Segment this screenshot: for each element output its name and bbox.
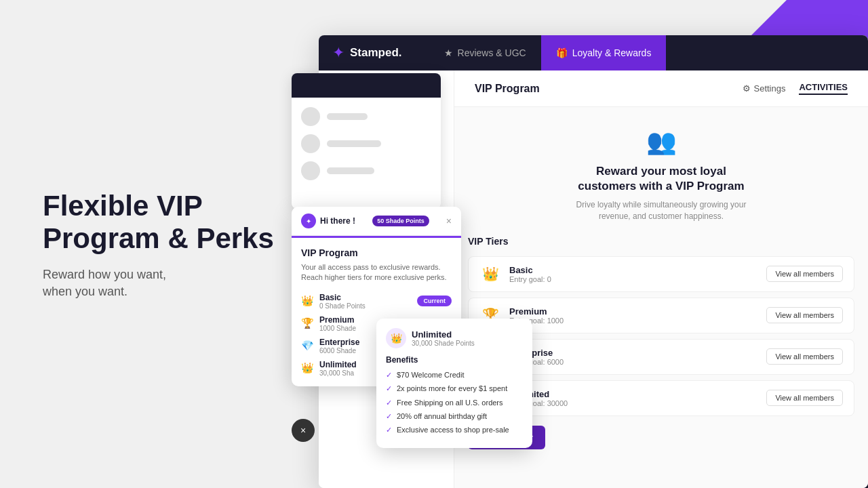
logo-text: Stamped. xyxy=(350,46,402,60)
benefit-text-1: $70 Welcome Credit xyxy=(397,370,464,380)
widget-tier-unlimited-name: Unlimited xyxy=(319,360,357,369)
small-card-nav xyxy=(292,73,441,98)
star-icon: ★ xyxy=(444,47,453,58)
tier-entry-enterprise: Entry goal: 6000 xyxy=(509,358,766,366)
benefit-item-4: ✓ 20% off annual birthday gift xyxy=(386,411,523,421)
benefits-tooltip-header: 👑 Unlimited 30,000 Shade Points xyxy=(386,328,523,348)
widget-tier-unlimited-info: Unlimited 30,000 Sha xyxy=(319,360,357,377)
small-skeleton-line xyxy=(327,140,381,147)
widget-tier-unlimited-left: 👑 Unlimited 30,000 Sha xyxy=(301,360,357,377)
benefit-text-3: Free Shipping on all U.S. orders xyxy=(397,398,503,407)
small-card-overlay xyxy=(292,73,441,209)
benefits-tooltip: 👑 Unlimited 30,000 Shade Points Benefits… xyxy=(376,319,532,448)
benefits-tier-points: 30,000 Shade Points xyxy=(412,340,475,347)
widget-logo-icon: ✦ xyxy=(301,214,316,228)
check-icon-3: ✓ xyxy=(386,399,392,407)
benefits-tier-name: Unlimited xyxy=(412,329,475,340)
widget-tier-premium-points: 1000 Shade xyxy=(319,325,356,332)
widget-tier-premium-name: Premium xyxy=(319,315,356,325)
widget-tier-enterprise-points: 6000 Shade xyxy=(319,347,359,354)
check-icon-4: ✓ xyxy=(386,412,392,421)
tiers-title: VIP Tiers xyxy=(468,236,854,247)
widget-diamond-icon: 💎 xyxy=(301,340,314,352)
tier-info-basic: Basic Entry goal: 0 xyxy=(509,265,766,283)
view-members-enterprise-button[interactable]: View all members xyxy=(766,348,843,365)
current-badge: Current xyxy=(417,296,452,306)
gear-icon: ⚙ xyxy=(743,83,751,94)
widget-crown-unlimited-icon: 👑 xyxy=(301,362,314,374)
view-members-premium-button[interactable]: View all members xyxy=(766,307,843,323)
nav-logo: ✦ Stamped. xyxy=(332,44,402,62)
widget-logo: ✦ Hi there ! xyxy=(301,214,355,228)
widget-tier-enterprise-info: Enterprise 6000 Shade xyxy=(319,338,359,354)
view-members-basic-button[interactable]: View all members xyxy=(766,266,843,282)
header-actions: ⚙ Settings ACTIVITIES xyxy=(743,82,848,95)
widget-header: ✦ Hi there ! 50 Shade Points × xyxy=(292,207,461,236)
widget-trophy-icon: 🏆 xyxy=(301,317,314,329)
small-skeleton-rows xyxy=(301,107,431,180)
tier-info-enterprise: Enterprise Entry goal: 6000 xyxy=(509,348,766,366)
small-skeleton-circle xyxy=(301,161,320,180)
small-skeleton-circle xyxy=(301,107,320,126)
small-skeleton-circle xyxy=(301,134,320,153)
close-circle-button[interactable]: × xyxy=(292,419,315,442)
tier-name-enterprise: Enterprise xyxy=(509,348,766,358)
tab-reviews-ugc[interactable]: ★ Reviews & UGC xyxy=(429,35,541,70)
widget-tier-basic: 👑 Basic 0 Shade Points Current xyxy=(301,293,452,310)
vip-promo-subtitle: Drive loyalty while simultaneously growi… xyxy=(566,199,756,222)
settings-button[interactable]: ⚙ Settings xyxy=(743,83,786,94)
logo-icon: ✦ xyxy=(332,44,344,62)
tab-loyalty-rewards[interactable]: 🎁 Loyalty & Rewards xyxy=(541,35,667,70)
widget-tier-enterprise-name: Enterprise xyxy=(319,338,359,347)
widget-tier-basic-left: 👑 Basic 0 Shade Points xyxy=(301,293,366,310)
tier-info-unlimited: Unlimited Entry goal: 30000 xyxy=(509,389,766,407)
widget-points-badge: 50 Shade Points xyxy=(372,216,429,226)
hero-section: Flexible VIPProgram & Perks Reward how y… xyxy=(43,190,274,300)
gift-icon: 🎁 xyxy=(556,47,568,58)
hero-subtitle: Reward how you want,when you want. xyxy=(43,266,274,300)
benefit-item-5: ✓ Exclusive access to shop pre-sale xyxy=(386,425,523,434)
tab-loyalty-label: Loyalty & Rewards xyxy=(572,47,652,58)
small-skeleton-row-2 xyxy=(301,134,431,153)
small-skeleton-row-3 xyxy=(301,161,431,180)
nav-tabs: ★ Reviews & UGC 🎁 Loyalty & Rewards xyxy=(429,35,854,70)
widget-tier-basic-name: Basic xyxy=(319,293,366,302)
widget-tier-premium-left: 🏆 Premium 1000 Shade xyxy=(301,315,356,332)
tier-entry-basic: Entry goal: 0 xyxy=(509,275,766,283)
vip-promo-title: Reward your most loyalcustomers with a V… xyxy=(578,164,744,194)
hero-title: Flexible VIPProgram & Perks xyxy=(43,190,274,256)
widget-close-button[interactable]: × xyxy=(446,216,452,226)
tier-name-unlimited: Unlimited xyxy=(509,389,766,399)
tier-icon-basic: 👑 xyxy=(479,266,501,282)
check-icon-1: ✓ xyxy=(386,371,392,380)
small-skeleton-line xyxy=(327,167,374,174)
tier-entry-premium: Entry goal: 1000 xyxy=(509,317,766,325)
small-skeleton-line xyxy=(327,113,368,120)
benefit-text-5: Exclusive access to shop pre-sale xyxy=(397,425,509,434)
widget-tier-unlimited-points: 30,000 Sha xyxy=(319,369,357,377)
benefit-item-2: ✓ 2x points more for every $1 spent xyxy=(386,384,523,393)
widget-program-desc: Your all access pass to exclusive reward… xyxy=(301,262,452,283)
tier-info-premium: Premium Entry goal: 1000 xyxy=(509,306,766,325)
benefits-title: Benefits xyxy=(386,355,523,365)
vip-group-icon: 👥 xyxy=(646,127,677,156)
activities-button[interactable]: ACTIVITIES xyxy=(799,82,848,95)
widget-tier-enterprise-left: 💎 Enterprise 6000 Shade xyxy=(301,338,359,354)
tab-reviews-label: Reviews & UGC xyxy=(458,47,526,58)
widget-crown-icon: 👑 xyxy=(301,295,314,307)
nav-bar: ✦ Stamped. ★ Reviews & UGC 🎁 Loyalty & R… xyxy=(319,35,868,70)
benefit-item-3: ✓ Free Shipping on all U.S. orders xyxy=(386,398,523,407)
benefit-text-2: 2x points more for every $1 spent xyxy=(397,384,507,393)
check-icon-5: ✓ xyxy=(386,426,392,434)
tier-row-basic: 👑 Basic Entry goal: 0 View all members xyxy=(468,256,854,292)
tier-name-basic: Basic xyxy=(509,265,766,275)
view-members-unlimited-button[interactable]: View all members xyxy=(766,390,843,406)
tier-entry-unlimited: Entry goal: 30000 xyxy=(509,399,766,407)
widget-tier-premium-info: Premium 1000 Shade xyxy=(319,315,356,332)
settings-label: Settings xyxy=(754,83,786,94)
main-panel-title: VIP Program xyxy=(475,83,540,95)
vip-promo-section: 👥 Reward your most loyalcustomers with a… xyxy=(454,107,868,236)
widget-greeting: Hi there ! xyxy=(320,216,355,226)
tier-name-premium: Premium xyxy=(509,306,766,317)
benefit-item-1: ✓ $70 Welcome Credit xyxy=(386,370,523,380)
